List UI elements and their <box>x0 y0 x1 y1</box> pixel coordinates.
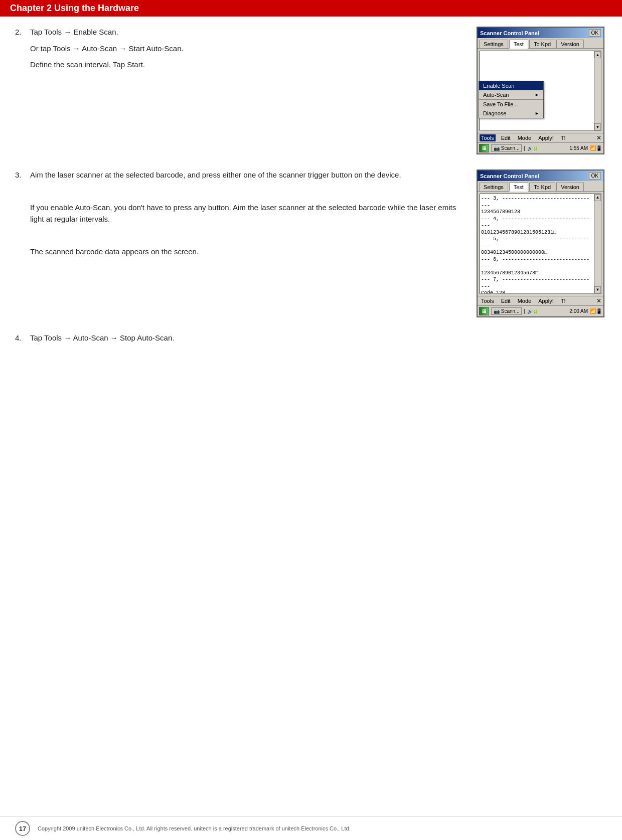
scrollbar-up-arrow[interactable]: ▲ <box>594 51 601 58</box>
scanner-2-taskbar-scan[interactable]: 📷 Scann... <box>491 307 522 315</box>
step-4-line1: Tap Tools → Auto-Scan → Stop Auto-Scan. <box>30 332 174 344</box>
step-4-row: 4. Tap Tools → Auto-Scan → Stop Auto-Sca… <box>15 332 607 349</box>
scanner-window-1: Scanner Control Panel OK Settings Test T… <box>477 27 604 154</box>
scanner-1-scrollbar[interactable]: ▲ ▼ <box>594 51 601 130</box>
dropdown-diagnose-label: Diagnose <box>483 110 506 116</box>
taskbar-scan-icon-2: 📷 <box>494 308 500 314</box>
page-footer: 17 Copyright 2009 unitech Electronics Co… <box>0 816 622 840</box>
scanner-1-tab-test[interactable]: Test <box>509 40 528 49</box>
scan-line-6: 003401234500000000000□ <box>481 249 592 256</box>
scanner-2-scrollbar[interactable]: ▲ ▼ <box>594 194 601 293</box>
scrollbar-2-down[interactable]: ▼ <box>594 286 601 293</box>
scanner-2-taskbar: ⊞ 📷 Scann... | 🔊🔋 2:00 AM 📶📱 <box>478 305 603 316</box>
scanner-1-taskbar: ⊞ 📷 Scann... | 🔊🔋 1:55 AM 📶📱 <box>478 142 603 153</box>
scan-line-10: Code 128 <box>481 290 592 294</box>
step-3-line3: If you enable Auto-Scan, you don't have … <box>30 202 461 225</box>
scanner-2-tab-version[interactable]: Version <box>556 183 584 191</box>
content-area: 2. Tap Tools → Enable Scan. Or tap Tools… <box>0 17 622 374</box>
scanner-1-titlebar: Scanner Control Panel OK <box>478 28 603 38</box>
scrollbar-down-arrow[interactable]: ▼ <box>594 123 601 130</box>
dropdown-enable-scan[interactable]: Enable Scan <box>479 81 543 90</box>
dropdown-diagnose-arrow: ► <box>535 111 539 116</box>
scanner-1-taskbar-scan[interactable]: 📷 Scann... <box>491 144 522 152</box>
scan-line-2: 1234567890128 <box>481 209 592 216</box>
dropdown-save-to-file[interactable]: Save To File... <box>479 99 543 109</box>
scanner-2-tab-test[interactable]: Test <box>509 183 528 192</box>
scan-line-7: --- 6, -------------------------------- <box>481 256 592 270</box>
step-4-number: 4. <box>15 332 25 349</box>
scanner-1-menu-tools[interactable]: Tools <box>480 134 496 141</box>
scanner-2-taskbar-separator: | <box>524 308 525 314</box>
scanner-1-taskbar-extra-icons: 📶📱 <box>590 145 602 151</box>
scan-line-1: --- 3, -------------------------------- <box>481 195 592 209</box>
step-4-empty-panel <box>477 332 607 349</box>
taskbar-scan-icon: 📷 <box>494 145 500 151</box>
scanner-1-taskbar-icons: 🔊🔋 <box>527 146 538 151</box>
scanner-2-start-button[interactable]: ⊞ <box>479 307 489 315</box>
screenshot-panel-2: Scanner Control Panel OK Settings Test T… <box>477 170 607 317</box>
scanner-2-tabs: Settings Test To Kpd Version <box>478 181 603 192</box>
step-3-line4 <box>30 230 461 241</box>
scanner-2-time: 2:00 AM <box>569 308 588 314</box>
scanner-2-menu-tools[interactable]: Tools <box>480 297 496 304</box>
scanner-1-start-button[interactable]: ⊞ <box>479 144 489 152</box>
step-3-row: 3. Aim the laser scanner at the selected… <box>15 170 607 317</box>
step-2-row: 2. Tap Tools → Enable Scan. Or tap Tools… <box>15 27 607 154</box>
step-2-number: 2. <box>15 27 25 76</box>
dropdown-save-label: Save To File... <box>483 101 518 107</box>
scanner-1-menu-edit[interactable]: Edit <box>500 134 512 141</box>
scanner-2-ok-button[interactable]: OK <box>589 172 601 180</box>
scanner-2-title: Scanner Control Panel <box>480 173 539 179</box>
scanner-window-2: Scanner Control Panel OK Settings Test T… <box>477 170 604 317</box>
scanner-2-taskbar-extra-icons: 📶📱 <box>590 308 602 314</box>
scanner-1-taskbar-separator: | <box>524 145 525 151</box>
scanner-1-tabs: Settings Test To Kpd Version <box>478 38 603 49</box>
scanner-2-scan-data: --- 3, -------------------------------- … <box>480 194 601 294</box>
scanner-1-tab-tokpd[interactable]: To Kpd <box>529 40 555 48</box>
page-number: 17 <box>15 821 30 836</box>
step-3-line5: The scanned barcode data appears on the … <box>30 246 461 258</box>
chapter-title: Chapter 2 Using the Hardware <box>10 3 139 13</box>
scanner-1-menu-mode[interactable]: Mode <box>516 134 533 141</box>
dropdown-diagnose[interactable]: Diagnose ► <box>479 109 543 118</box>
dropdown-auto-scan-arrow: ► <box>535 92 539 97</box>
scanner-2-close-button[interactable]: ✕ <box>596 297 601 304</box>
step-2-line2: Or tap Tools → Auto-Scan → Start Auto-Sc… <box>30 43 184 55</box>
scanner-1-close-button[interactable]: ✕ <box>596 134 601 141</box>
scanner-1-ok-button[interactable]: OK <box>589 29 601 37</box>
scanner-2-taskbar-icons: 🔊🔋 <box>527 309 538 314</box>
footer-copyright: Copyright 2009 unitech Electronics Co., … <box>38 825 351 831</box>
scrollbar-2-track <box>594 201 601 286</box>
start-icon-2: ⊞ <box>482 308 486 314</box>
chapter-header: Chapter 2 Using the Hardware <box>0 0 622 17</box>
scanner-1-tab-settings[interactable]: Settings <box>479 40 508 48</box>
dropdown-enable-scan-label: Enable Scan <box>483 83 514 89</box>
step-3-number: 3. <box>15 170 25 262</box>
step-2-line1: Tap Tools → Enable Scan. <box>30 27 184 38</box>
scanner-2-menubar: Tools Edit Mode Apply! T! ✕ <box>478 296 603 305</box>
step-2-line3: Define the scan interval. Tap Start. <box>30 59 184 71</box>
scanner-2-tab-settings[interactable]: Settings <box>479 183 508 191</box>
scanner-2-menu-mode[interactable]: Mode <box>516 297 533 304</box>
dropdown-auto-scan[interactable]: Auto-Scan ► <box>479 90 543 99</box>
scanner-2-titlebar: Scanner Control Panel OK <box>478 171 603 181</box>
scanner-2-menu-edit[interactable]: Edit <box>500 297 512 304</box>
scanner-2-menu-t[interactable]: T! <box>559 297 567 304</box>
scanner-2-menu-apply[interactable]: Apply! <box>537 297 555 304</box>
dropdown-auto-scan-label: Auto-Scan <box>483 92 509 98</box>
scanner-1-time: 1:55 AM <box>569 145 588 151</box>
step-3-line1: Aim the laser scanner at the selected ba… <box>30 170 461 181</box>
scanner-1-tab-version[interactable]: Version <box>556 40 584 48</box>
scan-line-9: --- 7, -------------------------------- <box>481 276 592 290</box>
scan-line-4: 010123456789012815051231□ <box>481 229 592 236</box>
scrollbar-2-up[interactable]: ▲ <box>594 194 601 201</box>
scan-line-5: --- 5, -------------------------------- <box>481 236 592 249</box>
scanner-1-menu-t[interactable]: T! <box>559 134 567 141</box>
tools-dropdown-menu: Enable Scan Auto-Scan ► Save To File... … <box>479 81 544 118</box>
scanner-1-menu-apply[interactable]: Apply! <box>537 134 555 141</box>
scanner-1-menubar: Tools Edit Mode Apply! T! ✕ <box>478 133 603 142</box>
step-4-text: 4. Tap Tools → Auto-Scan → Stop Auto-Sca… <box>15 332 461 349</box>
scanner-1-title: Scanner Control Panel <box>480 30 539 36</box>
scanner-2-tab-tokpd[interactable]: To Kpd <box>529 183 555 191</box>
scan-line-8: 123456789012345678□ <box>481 270 592 277</box>
